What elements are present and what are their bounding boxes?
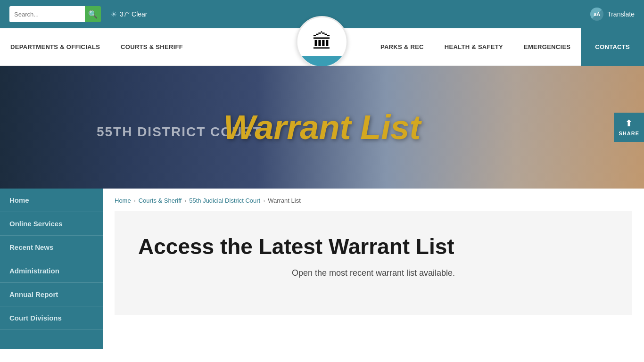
breadcrumb: Home › Courts & Sheriff › 55th Judicial … bbox=[103, 189, 644, 211]
sidebar-item-annual-report[interactable]: Annual Report bbox=[0, 283, 103, 306]
content-title: Access the Latest Warrant List bbox=[138, 235, 609, 259]
nav-parks[interactable]: PARKS & REC bbox=[370, 28, 434, 66]
breadcrumb-courts[interactable]: Courts & Sheriff bbox=[139, 197, 182, 204]
search-button[interactable]: 🔍 bbox=[85, 6, 101, 22]
main-layout: Home Online Services Recent News Adminis… bbox=[0, 189, 644, 349]
logo-wave bbox=[297, 56, 347, 66]
search-input[interactable] bbox=[9, 6, 85, 22]
weather-text: 37° Clear bbox=[120, 10, 148, 18]
content-subtitle: Open the most recent warrant list availa… bbox=[138, 268, 609, 278]
nav-contacts[interactable]: CONTACTS bbox=[581, 28, 644, 66]
breadcrumb-sep-2: › bbox=[184, 197, 186, 204]
sidebar-item-recent-news[interactable]: Recent News bbox=[0, 236, 103, 259]
sidebar: Home Online Services Recent News Adminis… bbox=[0, 189, 103, 349]
nav-emergencies[interactable]: EMERGENCIES bbox=[513, 28, 581, 66]
breadcrumb-home[interactable]: Home bbox=[115, 197, 131, 204]
nav-right: PARKS & REC HEALTH & SAFETY EMERGENCIES … bbox=[370, 28, 644, 66]
sidebar-item-court-divisions[interactable]: Court Divisions bbox=[0, 306, 103, 330]
nav-bar: DEPARTMENTS & OFFICIALS COURTS & SHERIFF… bbox=[0, 28, 644, 66]
search-wrapper: 🔍 bbox=[9, 6, 101, 22]
share-label: SHARE bbox=[619, 131, 639, 136]
logo-circle: 🏛 bbox=[296, 16, 348, 68]
share-icon: ⬆ bbox=[625, 118, 633, 129]
hero-section: 55TH DISTRICT COURT Warrant List ⬆ SHARE bbox=[0, 66, 644, 189]
breadcrumb-district[interactable]: 55th Judicial District Court bbox=[189, 197, 260, 204]
share-button[interactable]: ⬆ SHARE bbox=[614, 113, 644, 142]
sidebar-item-online-services[interactable]: Online Services bbox=[0, 212, 103, 236]
nav-departments[interactable]: DEPARTMENTS & OFFICIALS bbox=[0, 28, 110, 66]
content-box: Access the Latest Warrant List Open the … bbox=[115, 211, 632, 315]
translate-label: Translate bbox=[607, 10, 635, 18]
nav-left: DEPARTMENTS & OFFICIALS COURTS & SHERIFF bbox=[0, 28, 193, 66]
hero-title: Warrant List bbox=[223, 108, 421, 147]
weather-display: ☀ 37° Clear bbox=[110, 10, 148, 19]
sidebar-item-home[interactable]: Home bbox=[0, 189, 103, 212]
content-area: Home › Courts & Sheriff › 55th Judicial … bbox=[103, 189, 644, 349]
breadcrumb-sep-1: › bbox=[134, 197, 136, 204]
sidebar-item-administration[interactable]: Administration bbox=[0, 259, 103, 283]
weather-icon: ☀ bbox=[110, 10, 117, 19]
nav-courts-sheriff[interactable]: COURTS & SHERIFF bbox=[110, 28, 193, 66]
search-icon: 🔍 bbox=[88, 10, 98, 19]
translate-icon: aA bbox=[590, 8, 603, 21]
translate-button[interactable]: aA Translate bbox=[590, 8, 635, 21]
breadcrumb-sep-3: › bbox=[263, 197, 265, 204]
breadcrumb-current: Warrant List bbox=[268, 197, 301, 204]
logo-building-icon: 🏛 bbox=[312, 31, 332, 53]
nav-health[interactable]: HEALTH & SAFETY bbox=[434, 28, 513, 66]
